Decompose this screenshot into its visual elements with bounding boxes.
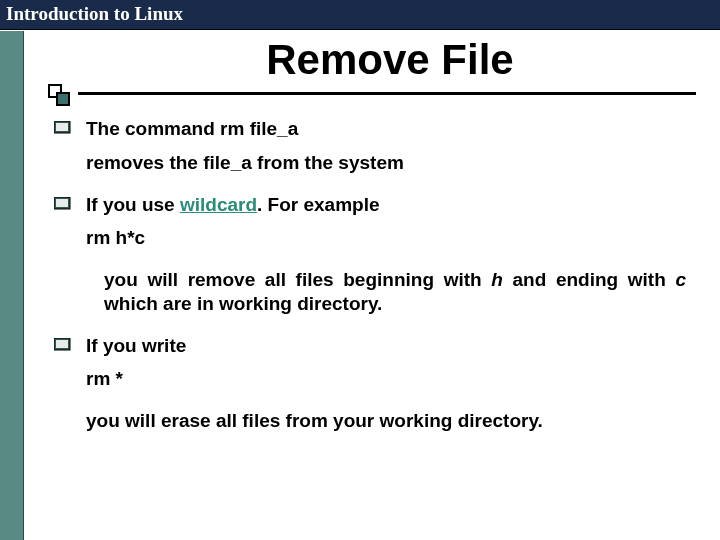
header-bar: Introduction to Linux: [0, 0, 720, 30]
italic-h: h: [491, 269, 503, 290]
bullet-continuation: you will erase all files from your worki…: [86, 409, 686, 433]
bullet-text: If you write: [86, 334, 686, 358]
bullet-continuation: removes the file_a from the system: [86, 151, 686, 175]
svg-rect-5: [56, 340, 68, 348]
slide-content: The command rm file_a removes the file_a…: [54, 117, 686, 433]
text-fragment: which are in working directory.: [104, 293, 382, 314]
wildcard-link[interactable]: wildcard: [180, 194, 257, 215]
bullet-continuation: rm *: [86, 367, 686, 391]
bullet-item: The command rm file_a: [54, 117, 686, 141]
bullet-item: If you use wildcard. For example: [54, 193, 686, 217]
bullet-icon: [54, 338, 72, 352]
slide-title: Remove File: [60, 36, 720, 84]
text-fragment: and ending with: [503, 269, 676, 290]
bullet-text: If you use wildcard. For example: [86, 193, 686, 217]
bullet-detail: you will remove all files beginning with…: [104, 268, 686, 316]
bullet-icon: [54, 197, 72, 211]
text-fragment: . For example: [257, 194, 380, 215]
italic-c: c: [675, 269, 686, 290]
text-fragment: you will remove all files beginning with: [104, 269, 491, 290]
svg-rect-3: [56, 199, 68, 207]
header-title: Introduction to Linux: [6, 3, 183, 24]
bullet-text: The command rm file_a: [86, 117, 686, 141]
left-sidebar: [0, 31, 24, 540]
text-fragment: If you use: [86, 194, 180, 215]
bullet-continuation: rm h*c: [86, 226, 686, 250]
bullet-item: If you write: [54, 334, 686, 358]
title-underline: [0, 92, 720, 95]
svg-rect-1: [56, 123, 68, 131]
bullet-icon: [54, 121, 72, 135]
